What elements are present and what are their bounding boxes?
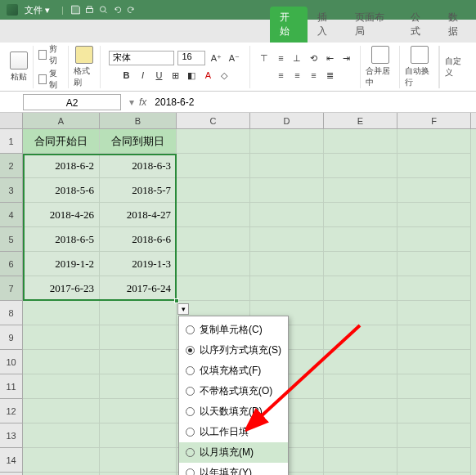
decrease-font-icon[interactable]: A⁻ — [227, 51, 241, 65]
align-left-icon[interactable]: ≡ — [273, 68, 288, 83]
cell[interactable]: 2018-6-2 — [23, 154, 100, 178]
cell[interactable] — [177, 276, 250, 301]
name-box[interactable]: A2 — [23, 94, 121, 110]
font-color-button[interactable]: A — [200, 68, 215, 83]
menu-fill-workdays[interactable]: 以工作日填 — [179, 422, 288, 442]
tab-insert[interactable]: 插入 — [308, 7, 345, 43]
row-header[interactable]: 10 — [0, 350, 23, 374]
row-header[interactable]: 1 — [0, 129, 23, 154]
cell[interactable] — [397, 276, 471, 301]
wrap-text-icon[interactable] — [411, 46, 429, 64]
tab-page-layout[interactable]: 页面布局 — [345, 7, 401, 43]
cell[interactable] — [397, 252, 471, 276]
cell[interactable] — [100, 325, 177, 350]
cell[interactable] — [23, 301, 100, 325]
cell[interactable] — [324, 178, 397, 203]
redo-icon[interactable] — [126, 5, 137, 16]
formula-input[interactable]: 2018-6-2 — [151, 96, 476, 108]
cut-button[interactable]: 剪切 — [38, 43, 63, 66]
cell[interactable] — [23, 448, 100, 473]
cell[interactable] — [397, 399, 471, 423]
col-header-A[interactable]: A — [23, 113, 100, 128]
cell[interactable] — [324, 350, 397, 374]
cell[interactable] — [324, 399, 397, 423]
menu-file[interactable]: 文件 ▾ — [25, 4, 50, 16]
cell[interactable] — [23, 325, 100, 350]
dropdown-icon[interactable]: ▾ — [129, 96, 134, 108]
row-header[interactable]: 8 — [0, 301, 23, 325]
row-header[interactable]: 12 — [0, 399, 23, 423]
font-size-select[interactable]: 16 — [177, 51, 205, 65]
cell[interactable] — [177, 154, 250, 178]
row-header[interactable]: 9 — [0, 325, 23, 350]
row-header[interactable]: 3 — [0, 178, 23, 203]
orientation-icon[interactable]: ⟲ — [306, 51, 321, 65]
cell[interactable] — [324, 252, 397, 276]
row-header[interactable]: 2 — [0, 154, 23, 178]
col-header-D[interactable]: D — [250, 113, 324, 128]
cell[interactable]: 2018-4-27 — [100, 203, 177, 227]
cell[interactable] — [324, 154, 397, 178]
cell[interactable]: 合同到期日 — [100, 129, 177, 154]
indent-increase-icon[interactable]: ⇥ — [339, 51, 353, 65]
cell[interactable]: 2019-1-3 — [100, 252, 177, 276]
menu-fill-series[interactable]: 以序列方式填充(S) — [179, 340, 288, 361]
fx-icon[interactable]: fx — [139, 96, 146, 108]
cell[interactable] — [177, 178, 250, 203]
cell[interactable]: 2018-5-7 — [100, 178, 177, 203]
cell[interactable]: 2018-5-6 — [23, 178, 100, 203]
cell[interactable] — [324, 374, 397, 399]
cell[interactable] — [397, 154, 471, 178]
cell[interactable] — [250, 154, 324, 178]
cell[interactable] — [397, 227, 471, 252]
row-header[interactable]: 4 — [0, 203, 23, 227]
autofill-options-button[interactable]: ▾ — [177, 303, 189, 315]
cell[interactable] — [250, 178, 324, 203]
cell[interactable] — [100, 448, 177, 473]
row-header[interactable]: 11 — [0, 374, 23, 399]
cell[interactable] — [397, 325, 471, 350]
merge-center-icon[interactable] — [371, 46, 389, 64]
cell[interactable] — [324, 276, 397, 301]
cell[interactable] — [100, 374, 177, 399]
italic-button[interactable]: I — [135, 68, 150, 83]
justify-icon[interactable]: ≣ — [322, 68, 337, 83]
cell[interactable] — [324, 423, 397, 448]
undo-icon[interactable] — [112, 5, 123, 16]
cell[interactable] — [177, 203, 250, 227]
tab-formulas[interactable]: 公式 — [401, 7, 438, 43]
cell-style-button[interactable]: ◇ — [217, 68, 231, 83]
tab-data[interactable]: 数据 — [438, 7, 476, 43]
cell[interactable] — [23, 399, 100, 423]
cell[interactable] — [397, 301, 471, 325]
cell[interactable] — [324, 203, 397, 227]
menu-fill-months[interactable]: 以月填充(M) — [179, 442, 288, 463]
cell[interactable] — [324, 448, 397, 473]
cell[interactable] — [324, 227, 397, 252]
select-all-corner[interactable] — [0, 113, 23, 128]
cell[interactable] — [23, 374, 100, 399]
cell[interactable] — [250, 227, 324, 252]
cell[interactable] — [397, 129, 471, 154]
row-header[interactable]: 6 — [0, 252, 23, 276]
copy-button[interactable]: 复制 — [38, 68, 63, 91]
font-name-select[interactable]: 宋体 — [109, 51, 174, 65]
menu-fill-format-only[interactable]: 仅填充格式(F) — [179, 361, 288, 381]
tab-start[interactable]: 开始 — [270, 7, 308, 43]
menu-fill-without-format[interactable]: 不带格式填充(O) — [179, 381, 288, 401]
cell[interactable]: 2019-1-2 — [23, 252, 100, 276]
cell[interactable] — [324, 325, 397, 350]
cell[interactable]: 合同开始日 — [23, 129, 100, 154]
cell[interactable] — [177, 227, 250, 252]
cell[interactable] — [250, 129, 324, 154]
cell[interactable] — [100, 423, 177, 448]
cell[interactable] — [100, 399, 177, 423]
col-header-E[interactable]: E — [324, 113, 397, 128]
col-header-F[interactable]: F — [397, 113, 471, 128]
align-center-icon[interactable]: ≡ — [290, 68, 304, 83]
cell[interactable] — [250, 203, 324, 227]
menu-copy-cells[interactable]: 复制单元格(C) — [179, 320, 288, 340]
cell[interactable] — [397, 374, 471, 399]
cell[interactable] — [397, 203, 471, 227]
col-header-B[interactable]: B — [100, 113, 177, 128]
